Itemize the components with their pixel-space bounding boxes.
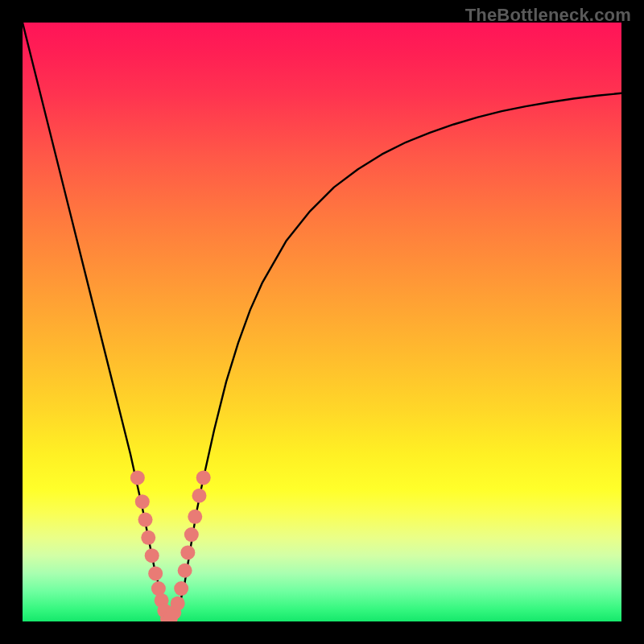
watermark-text: TheBottleneck.com [465, 5, 631, 26]
marker-point [174, 581, 188, 596]
marker-point [178, 564, 192, 578]
marker-point [180, 545, 195, 559]
chart-frame: TheBottleneck.com [0, 0, 644, 644]
bottleneck-curve [23, 23, 621, 620]
marker-group [130, 470, 211, 621]
marker-point [196, 470, 211, 485]
marker-point [138, 513, 153, 527]
marker-point [188, 510, 202, 524]
marker-point [184, 527, 199, 542]
marker-point [130, 470, 145, 485]
marker-point [145, 548, 159, 563]
marker-point [171, 597, 185, 611]
marker-point [135, 494, 150, 509]
marker-point [141, 530, 155, 545]
chart-svg [23, 23, 621, 621]
marker-point [192, 489, 206, 503]
chart-plot-area [23, 23, 621, 621]
marker-point [148, 566, 163, 580]
